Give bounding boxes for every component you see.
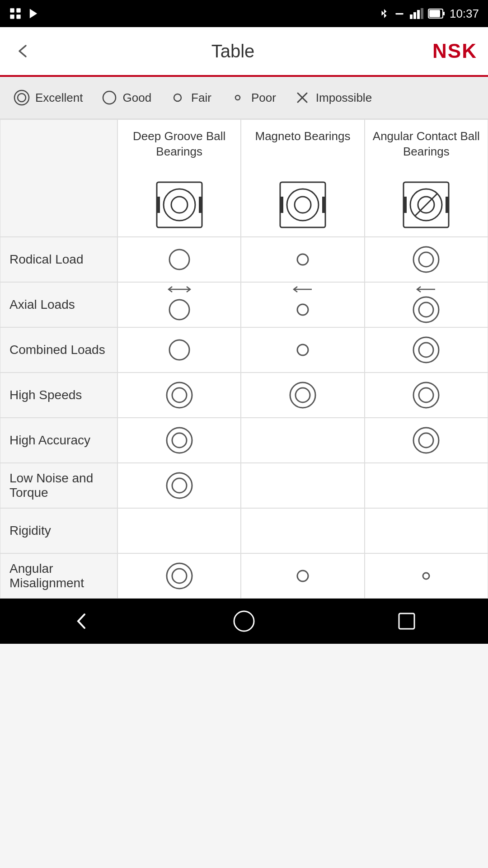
svg-point-56: [419, 388, 433, 402]
cell-speeds-angular: [365, 373, 488, 418]
legend-poor: Poor: [230, 90, 276, 106]
impossible-icon: [294, 90, 310, 106]
cell-radial-magneto: [241, 237, 364, 282]
poor-icon: [230, 90, 246, 106]
fair-icon: [169, 90, 186, 106]
cell-axial-magneto: [241, 282, 364, 327]
cell-rigidity-magneto: [241, 508, 364, 553]
fair-label: Fair: [191, 91, 211, 105]
cell-combined-magneto: [241, 327, 364, 373]
svg-point-51: [167, 382, 192, 408]
legend-good: Good: [101, 90, 152, 106]
status-bar: 10:37: [0, 0, 488, 27]
svg-point-15: [103, 91, 116, 104]
battery-icon: [428, 9, 445, 19]
svg-rect-34: [404, 197, 407, 213]
svg-rect-1: [16, 8, 20, 12]
impossible-label: Impossible: [316, 91, 372, 105]
col-angular-label: Angular Contact Ball Bearings: [370, 129, 483, 174]
home-nav-icon[interactable]: [233, 610, 255, 632]
svg-point-55: [413, 382, 439, 408]
row-rigidity-label: Rigidity: [0, 508, 117, 553]
poor-label: Poor: [251, 91, 276, 105]
svg-point-66: [423, 573, 429, 579]
status-bar-right: 10:37: [379, 7, 479, 21]
cell-noise-magneto: [241, 463, 364, 508]
legend-fair: Fair: [169, 90, 211, 106]
signal-icon: [410, 8, 423, 19]
svg-point-49: [413, 337, 439, 363]
cell-accuracy-magneto: [241, 418, 364, 463]
cell-misalign-angular: [365, 553, 488, 599]
svg-rect-28: [280, 197, 283, 213]
svg-point-13: [14, 90, 29, 105]
cell-axial-deep: [117, 282, 241, 327]
angular-diagram: [399, 178, 453, 232]
svg-point-46: [419, 302, 433, 317]
row-radial-load-label: Rodical Load: [0, 237, 117, 282]
cell-noise-angular: [365, 463, 488, 508]
svg-point-48: [297, 344, 308, 355]
svg-point-54: [296, 388, 310, 402]
svg-point-57: [167, 428, 192, 453]
svg-rect-2: [10, 14, 14, 19]
cell-combined-angular: [365, 327, 488, 373]
deep-groove-diagram: [152, 178, 206, 232]
svg-rect-5: [395, 13, 403, 14]
table-corner: [0, 119, 117, 237]
cell-radial-deep: [117, 237, 241, 282]
back-button[interactable]: [11, 40, 33, 62]
svg-point-43: [297, 304, 308, 315]
svg-rect-12: [429, 10, 440, 17]
cell-accuracy-angular: [365, 418, 488, 463]
svg-point-41: [169, 300, 189, 320]
app-header: Table NSK: [0, 27, 488, 77]
svg-rect-6: [410, 14, 413, 19]
svg-point-62: [172, 478, 187, 493]
gallery-icon: [9, 7, 22, 20]
svg-point-65: [297, 571, 308, 581]
bluetooth-icon: [379, 7, 389, 20]
cell-rigidity-deep: [117, 508, 241, 553]
col-angular: Angular Contact Ball Bearings: [365, 119, 488, 237]
svg-rect-35: [446, 197, 449, 213]
svg-rect-9: [421, 8, 423, 19]
cell-axial-angular: [365, 282, 488, 327]
svg-point-58: [172, 433, 187, 448]
svg-rect-7: [413, 12, 416, 19]
good-label: Good: [123, 91, 152, 105]
svg-point-36: [169, 250, 189, 269]
cell-combined-deep: [117, 327, 241, 373]
time-display: 10:37: [450, 7, 479, 21]
svg-rect-3: [16, 14, 20, 19]
svg-point-60: [419, 433, 433, 448]
page-title: Table: [211, 41, 255, 61]
legend-excellent: Excellent: [14, 90, 83, 106]
svg-point-26: [287, 189, 319, 221]
svg-point-45: [413, 297, 439, 322]
svg-rect-68: [399, 613, 414, 629]
svg-point-59: [413, 428, 439, 453]
svg-rect-29: [322, 197, 325, 213]
svg-point-53: [290, 382, 315, 408]
cell-rigidity-angular: [365, 508, 488, 553]
status-bar-left: [9, 7, 40, 20]
col-magneto: Magneto Bearings: [241, 119, 364, 237]
back-nav-icon[interactable]: [70, 610, 93, 632]
row-high-accuracy-label: High Accuracy: [0, 418, 117, 463]
cell-speeds-deep: [117, 373, 241, 418]
svg-point-21: [164, 189, 195, 221]
row-combined-loads-label: Combined Loads: [0, 327, 117, 373]
excellent-label: Excellent: [35, 91, 83, 105]
svg-point-22: [171, 197, 188, 213]
row-angular-misalign-label: Angular Misalignment: [0, 553, 117, 599]
svg-rect-11: [443, 12, 445, 15]
legend: Excellent Good Fair Poor: [0, 77, 488, 119]
table-grid: Deep Groove Ball Bearings Magneto Bearin…: [0, 119, 488, 599]
notification-icon: [394, 8, 405, 19]
recents-nav-icon[interactable]: [395, 610, 418, 632]
svg-point-63: [167, 563, 192, 589]
svg-point-37: [297, 254, 308, 265]
good-icon: [101, 90, 117, 106]
svg-rect-8: [417, 10, 420, 19]
